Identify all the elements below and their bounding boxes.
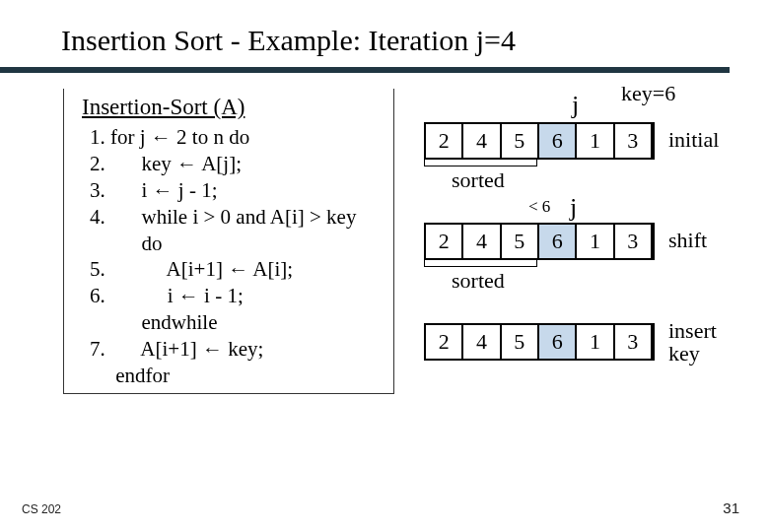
- cell: 2: [426, 124, 463, 158]
- cell: 2: [426, 325, 463, 359]
- cell: 1: [577, 124, 614, 158]
- cell: 4: [463, 124, 501, 158]
- footer-course: CS 202: [22, 502, 61, 516]
- algo-line-4: 4. while i > 0 and A[i] > key: [90, 204, 393, 231]
- cell: 1: [577, 325, 614, 359]
- algo-line-7: 7. A[i+1] ← key;: [90, 336, 393, 363]
- cell: 5: [502, 325, 539, 359]
- algo-line-4b: do: [90, 231, 393, 257]
- algorithm-lines: 1. for j ← 2 to n do 2. key ← A[j]; 3. i…: [64, 124, 393, 389]
- array-shift: 2 4 5 6 1 3 shift: [424, 223, 655, 260]
- array-initial: 2 4 5 6 1 3 initial: [424, 122, 655, 160]
- state-label-shift: shift: [668, 228, 707, 253]
- array-initial-block: 2 4 5 6 1 3 initial sorted: [424, 122, 759, 160]
- algorithm-box: Insertion-Sort (A) 1. for j ← 2 to n do …: [63, 89, 394, 394]
- cell: 5: [502, 124, 539, 158]
- page-title: Insertion Sort - Example: Iteration j=4: [0, 0, 769, 67]
- algo-line-2: 2. key ← A[j];: [90, 151, 393, 177]
- state-label-insert: insert key: [668, 319, 717, 365]
- algo-line-3: 3. i ← j - 1;: [90, 177, 393, 204]
- j-pointer-label: j: [572, 91, 579, 120]
- sorted-brace: [424, 160, 537, 166]
- cell: 3: [615, 124, 653, 158]
- algo-line-6b: endwhile: [90, 309, 393, 336]
- algo-line-6: 6. i ← i - 1;: [90, 283, 393, 309]
- j-pointer-label-2: j: [570, 193, 577, 223]
- cell-highlight: 6: [539, 325, 577, 359]
- sorted-brace: [424, 260, 537, 267]
- cell: 4: [463, 225, 501, 258]
- sorted-label: sorted: [452, 167, 505, 193]
- compare-label: < 6: [528, 197, 550, 217]
- state-label-initial: initial: [668, 127, 719, 153]
- key-label: key=6: [621, 81, 675, 106]
- algorithm-title: Insertion-Sort (A): [64, 95, 393, 124]
- algo-line-1: 1. for j ← 2 to n do: [90, 124, 393, 151]
- array-insert: 2 4 5 6 1 3 insert key: [424, 323, 655, 361]
- array-visuals: j key=6 2 4 5 6 1 3 initial sorted < 6 j…: [424, 79, 759, 361]
- cell: 3: [615, 225, 653, 258]
- sorted-label: sorted: [452, 268, 505, 294]
- cell-highlight: 6: [539, 225, 577, 258]
- array-shift-block: < 6 j 2 4 5 6 1 3 shift sorted: [424, 223, 759, 260]
- algo-line-7b: endfor: [90, 363, 393, 389]
- cell: 3: [615, 325, 653, 359]
- cell: 4: [463, 325, 501, 359]
- cell-highlight: 6: [539, 124, 577, 158]
- cell: 1: [577, 225, 614, 258]
- algo-line-5: 5. A[i+1] ← A[i];: [90, 256, 393, 283]
- array-insert-block: 2 4 5 6 1 3 insert key: [424, 323, 759, 361]
- cell: 2: [426, 225, 463, 258]
- footer-page-number: 31: [723, 499, 739, 516]
- cell: 5: [502, 225, 539, 258]
